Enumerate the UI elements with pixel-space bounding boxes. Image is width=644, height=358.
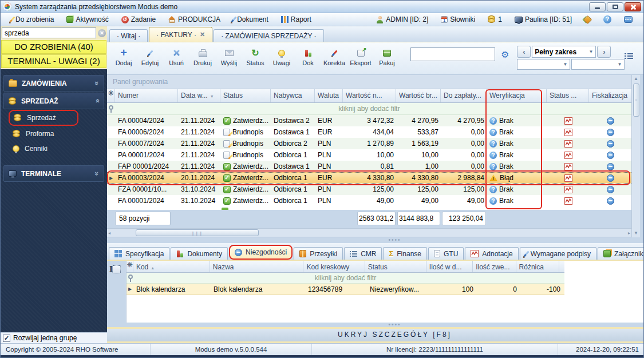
send-button[interactable]: Wyślij — [216, 44, 242, 70]
menu-item-produkcja[interactable]: PRODUKCJA — [162, 13, 227, 26]
help-button[interactable] — [597, 13, 618, 26]
column-header-kod-kreskowy[interactable]: Kod kreskowy — [303, 261, 365, 272]
banner-terminal-uwagi[interactable]: TERMINAL - UWAGI (2) — [1, 54, 106, 68]
menu-item-do-zrobienia[interactable]: Do zrobienia — [5, 13, 60, 26]
tab-witaj[interactable]: · Witaj · — [109, 29, 148, 42]
add-button[interactable]: Dodaj — [110, 44, 137, 70]
scrollbar-thumb[interactable] — [633, 83, 639, 117]
table-row[interactable]: FAP 00001/2024 21.11.2024 Zatwierdz... D… — [107, 161, 631, 172]
status-button[interactable]: Status — [242, 44, 268, 70]
tab-niezgodnosci[interactable]: Niezgodności — [229, 245, 293, 260]
menu-item-paulina[interactable]: Paulina [ID: 51] — [508, 13, 578, 26]
range-next-button[interactable]: › — [597, 46, 611, 58]
column-header-do-zaplaty[interactable]: Do zapłaty... — [441, 89, 487, 102]
tab-faktury[interactable]: · FAKTURY · — [149, 27, 212, 42]
tab-close-icon[interactable] — [200, 31, 205, 38]
tab-wymagane-podpisy[interactable]: Wymagane podpisy — [520, 247, 596, 260]
menu-item-admin[interactable]: ADMIN [ID: 2] — [370, 13, 434, 26]
column-header-nabywca[interactable]: Nabywca — [271, 89, 315, 102]
column-header-ilosc-w-d[interactable]: Ilość w d... — [426, 261, 473, 272]
column-header-status[interactable]: Status — [220, 89, 271, 102]
column-header-data[interactable]: Data w... — [178, 89, 220, 102]
table-row[interactable]: PA 00001/2024 21.11.2024 Brudnopis Odbio… — [107, 149, 631, 161]
column-header-wartosc-netto[interactable]: Wartość n... — [343, 89, 396, 102]
grouping-panel[interactable]: Panel grupowania — [107, 75, 631, 89]
export-button[interactable]: Eksport — [347, 44, 374, 70]
nav-group-zamowienia[interactable]: ZAMÓWIENIA » — [3, 75, 104, 92]
column-header-status[interactable]: Status — [365, 261, 426, 272]
menu-item-slowniki[interactable]: Słowniki — [434, 13, 481, 26]
tab-finanse[interactable]: Finanse — [383, 247, 427, 260]
sidebar-item-sprzedaz[interactable]: Sprzedaż — [9, 110, 78, 126]
range-prev-button[interactable]: ‹ — [517, 46, 531, 58]
table-row[interactable]: FA 00001/2024 31.10.2024 Zatwierdz... Od… — [107, 195, 631, 206]
minimize-button[interactable] — [589, 2, 606, 11]
nav-group-sprzedaz[interactable]: SPRZEDAŻ » — [3, 93, 104, 109]
scroll-down-icon[interactable] — [634, 229, 638, 237]
notes-button[interactable]: Uwagi — [268, 44, 295, 70]
nav-group-terminale[interactable]: TERMINALE » — [3, 165, 104, 182]
tab-adnotacje[interactable]: Adnotacje — [465, 247, 518, 260]
range-select[interactable]: Pełny zakres▼ — [532, 46, 596, 58]
table-row[interactable]: FZA 00001/10... 31.10.2024 Zatwierdz... … — [107, 184, 631, 195]
grid-filter-row[interactable]: kliknij aby dodać filtr — [107, 103, 631, 115]
tab-zalaczniki[interactable]: Załączniki — [598, 247, 644, 260]
column-header-roznica[interactable]: Różnica — [516, 261, 559, 272]
column-header-waluta[interactable]: Waluta — [315, 89, 343, 102]
horizontal-scrollbar[interactable] — [107, 228, 631, 237]
correction-button[interactable]: Korekta — [321, 44, 347, 70]
close-button[interactable] — [625, 2, 641, 11]
table-row[interactable]: FA 00006/2024 21.11.2024 Brudnopis Dosta… — [107, 126, 631, 138]
sidebar-search-input[interactable] — [2, 27, 96, 38]
menu-item-raport[interactable]: Raport — [275, 13, 318, 26]
grid-corner[interactable]: ✳ — [107, 89, 115, 102]
column-header-status2[interactable]: Status ... — [547, 89, 589, 102]
scroll-left-icon[interactable] — [108, 230, 110, 236]
column-header-weryfikacja[interactable]: Weryfikacja — [487, 89, 547, 102]
checkbox-checked-icon[interactable] — [3, 335, 10, 342]
tab-specyfikacja[interactable]: Specyfikacja — [109, 247, 169, 260]
list-icon[interactable] — [625, 53, 633, 59]
sidebar-item-cenniki[interactable]: Cenniki — [9, 141, 107, 156]
column-header-numer[interactable]: Numer — [115, 89, 178, 102]
filter-select-1[interactable]: ▼ — [517, 59, 570, 70]
table-row-selected[interactable]: FA 00003/2024 20.11.2024 Zatwierdz... Od… — [107, 172, 631, 184]
gear-icon[interactable] — [501, 49, 509, 60]
tab-gtu[interactable]: GTU — [428, 247, 464, 260]
menu-item-zadanie[interactable]: Zadanie — [115, 13, 162, 26]
filter-select-2[interactable]: ▼ — [571, 59, 625, 70]
clear-search-icon[interactable] — [98, 29, 106, 37]
column-header-kod[interactable]: Kod — [133, 261, 210, 272]
table-row[interactable]: FA 00004/2024 21.11.2024 Zatwierdz... Do… — [107, 115, 631, 126]
pack-button[interactable]: Pakuj — [374, 44, 400, 70]
quick-search-input[interactable] — [410, 47, 495, 61]
ibeam-box-icon[interactable] — [112, 265, 121, 273]
splitter-dots[interactable]: •••• — [107, 237, 644, 243]
tab-dokumenty[interactable]: Dokumenty — [171, 247, 228, 260]
detail-filter-row[interactable]: kliknij aby dodać filtr — [127, 273, 564, 284]
scrollbar-thumb[interactable] — [136, 229, 259, 236]
vertical-scrollbar[interactable] — [631, 75, 640, 237]
table-row[interactable]: FA 00007/2024 21.11.2024 Brudnopis Odbio… — [107, 138, 631, 149]
hide-details-button[interactable]: UKRYJ SZCZEGÓŁY [F8] — [107, 327, 644, 343]
delete-button[interactable]: Usuń — [163, 44, 189, 70]
scroll-up-icon[interactable] — [634, 75, 638, 83]
edit-button[interactable]: Edytuj — [137, 44, 163, 70]
menu-item-aktywnosc[interactable]: Aktywność — [60, 13, 114, 26]
column-header-wartosc-brutto[interactable]: Wartość br... — [396, 89, 441, 102]
print-button[interactable]: Drukuj — [189, 44, 216, 70]
detail-grid-corner[interactable]: ✳ — [127, 261, 133, 272]
tab-cmr[interactable]: CMR — [344, 247, 382, 260]
banner-do-zrobienia[interactable]: DO ZROBIENIA (40) — [1, 40, 106, 54]
column-header-nazwa[interactable]: Nazwa — [210, 261, 304, 272]
menu-item-coins-count[interactable]: 1 — [481, 13, 508, 26]
paint-bucket-button[interactable] — [578, 13, 597, 26]
column-header-fiskalizacja[interactable]: Fiskalizacja — [589, 89, 631, 102]
menu-item-dokument[interactable]: Dokument — [227, 13, 275, 26]
column-header-ilosc-zwe[interactable]: Ilość zwe... — [473, 261, 516, 272]
tab-przesylki[interactable]: Przesyłki — [294, 247, 343, 260]
splitter-dots[interactable]: •••• — [107, 323, 644, 327]
sidebar-item-proforma[interactable]: Proforma — [9, 126, 107, 141]
maximize-button[interactable] — [607, 2, 623, 11]
dok-button[interactable]: Dok — [295, 44, 321, 70]
